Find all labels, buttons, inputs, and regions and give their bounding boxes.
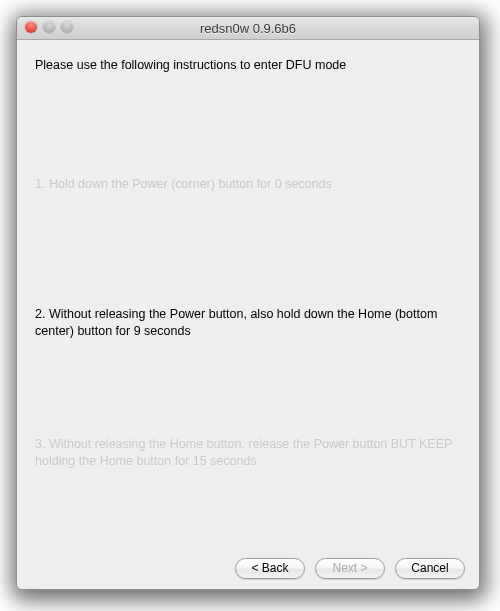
titlebar[interactable]: redsn0w 0.9.6b6	[17, 17, 479, 40]
footer: < Back Next > Cancel	[17, 547, 479, 589]
cancel-button[interactable]: Cancel	[395, 558, 465, 579]
step-3: 3. Without releasing the Home button, re…	[35, 436, 461, 470]
window-title: redsn0w 0.9.6b6	[17, 21, 479, 36]
back-button[interactable]: < Back	[235, 558, 305, 579]
step-1: 1. Hold down the Power (corner) button f…	[35, 176, 461, 193]
zoom-icon	[61, 21, 73, 33]
close-icon[interactable]	[25, 21, 37, 33]
content-area: Please use the following instructions to…	[17, 40, 479, 547]
step-2: 2. Without releasing the Power button, a…	[35, 306, 461, 340]
app-window: redsn0w 0.9.6b6 Please use the following…	[16, 16, 480, 590]
instructions-heading: Please use the following instructions to…	[35, 58, 461, 72]
next-button: Next >	[315, 558, 385, 579]
traffic-lights	[25, 21, 73, 33]
minimize-icon	[43, 21, 55, 33]
